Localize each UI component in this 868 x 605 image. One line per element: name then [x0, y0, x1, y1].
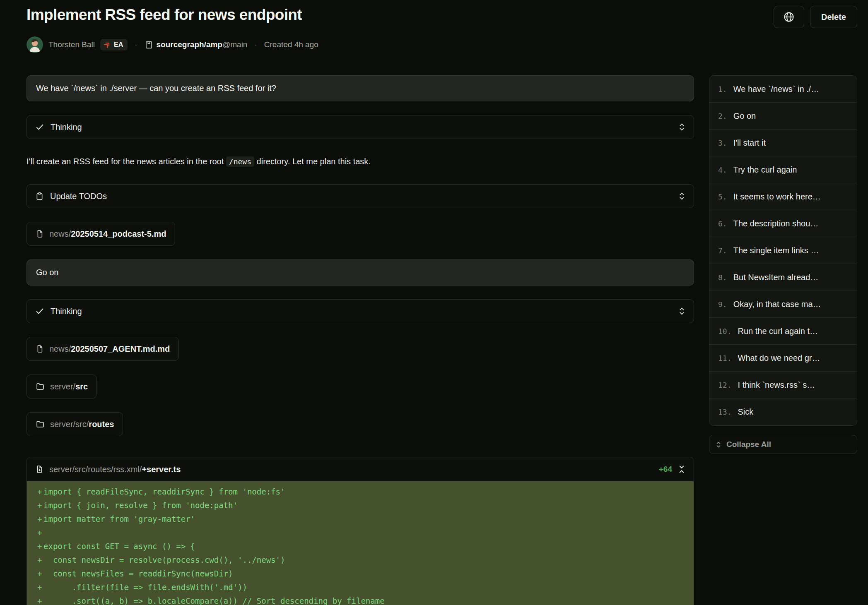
toc-item-number: 6. — [718, 219, 727, 228]
amp-logo-icon — [102, 39, 112, 50]
diff-line: + const newsFiles = readdirSync(newsDir) — [27, 567, 694, 581]
chip-row: news/20250514_podcast-5.md — [27, 222, 694, 246]
diff-header[interactable]: server/src/routes/rss.xml/+server.ts +64 — [27, 457, 694, 481]
diff-line: + import { readFileSync, readdirSync } f… — [27, 485, 694, 499]
toc-item[interactable]: 3. I'll start it — [709, 130, 857, 156]
update-todos-collapsible[interactable]: Update TODOs — [27, 184, 694, 208]
diff-line-sign: + — [27, 567, 43, 581]
toc-item-label: I think `news.rss` s… — [738, 380, 815, 390]
dot-separator: · — [133, 40, 139, 49]
folder-path-dim: server/ — [50, 382, 75, 391]
toc-item-number: 5. — [718, 192, 727, 201]
thinking-label: Thinking — [51, 122, 82, 132]
diff-line-sign: + — [27, 499, 43, 512]
diff-file-name: +server.ts — [142, 465, 181, 474]
toc-item[interactable]: 10. Run the curl again t… — [709, 318, 857, 345]
toc-item[interactable]: 9. Okay, in that case ma… — [709, 291, 857, 318]
toc-item[interactable]: 8. But NewsItem alread… — [709, 264, 857, 291]
toc-item-label: Sick — [738, 407, 754, 417]
diff-line: + — [27, 526, 694, 540]
chip-row: server/src — [27, 375, 694, 399]
folder-chip[interactable]: server/src/routes — [27, 412, 123, 436]
diff-line-sign: + — [27, 581, 43, 594]
collapse-all-button[interactable]: Collapse All — [709, 435, 857, 454]
toc-item[interactable]: 7. The single item links … — [709, 237, 857, 264]
author-row: Thorsten Ball EA · sourcegraph/amp@main … — [27, 36, 857, 53]
repo-branch: @main — [222, 40, 247, 49]
collapse-icon[interactable] — [678, 464, 685, 474]
toc-item-label: Try the curl again — [733, 165, 797, 175]
avatar — [27, 36, 43, 53]
thinking-collapsible[interactable]: Thinking — [27, 299, 694, 323]
toc-item-label: Go on — [733, 111, 756, 121]
top-actions: Delete — [774, 6, 857, 28]
toc-item-number: 11. — [718, 354, 732, 363]
created-timestamp: Created 4h ago — [264, 40, 318, 49]
ea-badge-label: EA — [114, 41, 123, 48]
folder-path-dim: server/src/ — [50, 420, 89, 429]
diff-line: + .sort((a, b) => b.localeCompare(a)) //… — [27, 594, 694, 605]
expand-chevrons-icon — [678, 307, 685, 316]
folder-name: src — [75, 382, 88, 391]
folder-icon — [36, 420, 45, 429]
file-name: 20250507_AGENT.md.md — [71, 344, 170, 353]
toc-item[interactable]: 4. Try the curl again — [709, 156, 857, 183]
paragraph-text: I'll create an RSS feed for the news art… — [27, 157, 226, 166]
diff-line: + .filter(file => file.endsWith('.md')) — [27, 581, 694, 594]
thread-main: We have `/news` in ./server — can you cr… — [27, 75, 694, 605]
share-globe-button[interactable] — [774, 6, 804, 28]
toc-item-number: 1. — [718, 85, 727, 94]
collapse-all-icon — [716, 441, 721, 448]
file-path-dim: news/ — [49, 344, 71, 353]
ea-badge: EA — [100, 39, 128, 50]
toc-item-number: 9. — [718, 300, 727, 309]
toc-item[interactable]: 11. What do we need gr… — [709, 345, 857, 372]
folder-name: routes — [89, 420, 114, 429]
repo-link[interactable]: sourcegraph/amp@main — [145, 40, 248, 49]
clipboard-icon — [35, 192, 44, 201]
diff-line-code: .filter(file => file.endsWith('.md')) — [43, 581, 247, 594]
delete-button[interactable]: Delete — [810, 6, 857, 28]
folder-chip[interactable]: server/src — [27, 375, 97, 399]
page-title: Implement RSS feed for news endpoint — [27, 5, 302, 25]
toc-item-label: What do we need gr… — [738, 353, 820, 363]
diff-line-sign: + — [27, 594, 43, 605]
toc-list: 1. We have `/news` in ./… 2. Go on 3. I'… — [709, 75, 857, 426]
diff-line-sign: + — [27, 512, 43, 526]
toc-item-label: It seems to work here… — [733, 192, 821, 202]
file-icon — [36, 344, 44, 353]
repo-icon — [145, 41, 153, 49]
file-path-dim: news/ — [49, 229, 71, 238]
content-layout: We have `/news` in ./server — can you cr… — [27, 75, 857, 605]
diff-line-code: import matter from 'gray-matter' — [43, 512, 195, 526]
toc-item-number: 4. — [718, 166, 727, 174]
toc-item[interactable]: 13. Sick — [709, 399, 857, 425]
folder-icon — [36, 382, 45, 391]
file-chip[interactable]: news/20250507_AGENT.md.md — [27, 337, 179, 361]
diff-line-sign: + — [27, 485, 43, 499]
user-message: We have `/news` in ./server — can you cr… — [27, 75, 694, 101]
toc-item[interactable]: 2. Go on — [709, 103, 857, 130]
toc-item-label: The single item links … — [733, 246, 819, 255]
diff-line: + export const GET = async () => { — [27, 540, 694, 553]
toc-item-label: Okay, in that case ma… — [733, 300, 821, 309]
diff-block: server/src/routes/rss.xml/+server.ts +64… — [27, 457, 694, 605]
toc-item-number: 8. — [718, 273, 727, 282]
toc-item[interactable]: 1. We have `/news` in ./… — [709, 76, 857, 103]
repo-name: sourcegraph/amp — [157, 40, 222, 49]
toc-item[interactable]: 5. It seems to work here… — [709, 183, 857, 210]
diff-line: + import matter from 'gray-matter' — [27, 512, 694, 526]
diff-line-code: import { join, resolve } from 'node:path… — [43, 499, 238, 512]
assistant-paragraph: I'll create an RSS feed for the news art… — [27, 156, 694, 168]
added-lines-badge: +64 — [659, 465, 672, 474]
file-chip[interactable]: news/20250514_podcast-5.md — [27, 222, 175, 246]
toc-item[interactable]: 12. I think `news.rss` s… — [709, 372, 857, 399]
toc-item-number: 12. — [718, 381, 732, 389]
thinking-collapsible[interactable]: Thinking — [27, 115, 694, 139]
thread-page: Implement RSS feed for news endpoint Del… — [0, 0, 868, 605]
toc-item-number: 2. — [718, 112, 727, 120]
diff-line-code: import { readFileSync, readdirSync } fro… — [43, 485, 285, 499]
toc-item-number: 10. — [718, 327, 732, 336]
diff-line: + import { join, resolve } from 'node:pa… — [27, 499, 694, 512]
toc-item[interactable]: 6. The description shou… — [709, 210, 857, 237]
